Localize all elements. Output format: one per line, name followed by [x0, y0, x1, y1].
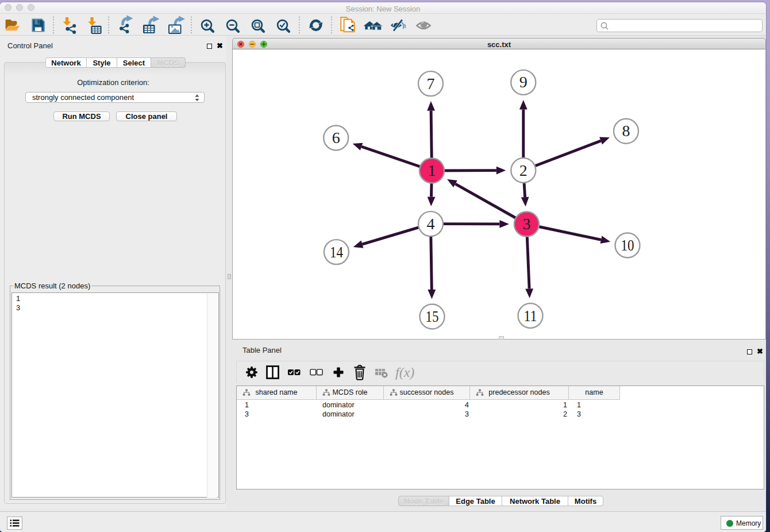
svg-text:1: 1 [428, 161, 436, 179]
svg-text:7: 7 [427, 75, 435, 92]
svg-text:11: 11 [524, 307, 537, 325]
svg-text:3: 3 [522, 215, 530, 233]
svg-text:f(x): f(x) [395, 365, 414, 380]
svg-text:9: 9 [519, 73, 528, 91]
svg-text:8: 8 [622, 122, 630, 140]
svg-text:15: 15 [426, 307, 439, 325]
svg-text:14: 14 [330, 243, 343, 261]
svg-text:2: 2 [519, 161, 528, 179]
svg-text:4: 4 [427, 215, 435, 233]
svg-text:6: 6 [332, 129, 340, 147]
svg-text:10: 10 [621, 236, 634, 254]
